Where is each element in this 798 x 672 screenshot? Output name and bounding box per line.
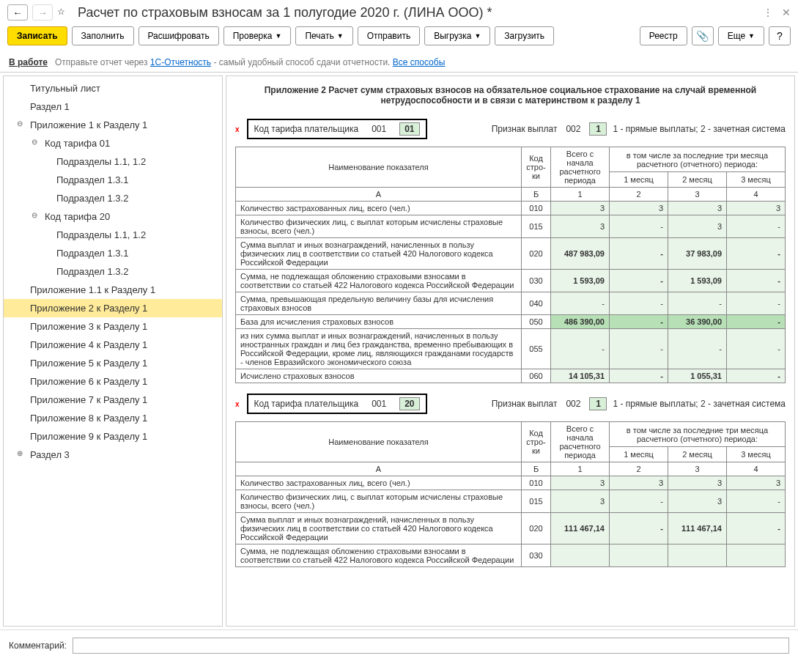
cell-value[interactable]: 3 — [668, 215, 727, 238]
tree-item[interactable]: ⊕Раздел 3 — [4, 446, 222, 464]
cell-value[interactable]: - — [727, 292, 786, 315]
cell-value[interactable]: 3 — [727, 202, 786, 215]
cell-value[interactable]: 3 — [551, 476, 610, 490]
fill-button[interactable]: Заполнить — [72, 26, 134, 45]
cell-value[interactable]: 3 — [668, 202, 727, 215]
cell-value[interactable]: - — [727, 490, 786, 513]
nav-tree[interactable]: Титульный листРаздел 1⊖Приложение 1 к Ра… — [3, 75, 223, 627]
cell-value[interactable]: 36 390,00 — [668, 315, 727, 329]
cell-value[interactable]: 1 593,09 — [668, 270, 727, 292]
cell-value[interactable]: 3 — [727, 476, 786, 490]
comment-input[interactable] — [73, 638, 789, 654]
expand-icon[interactable]: ⊖ — [32, 211, 40, 219]
check-button[interactable]: Проверка▼ — [223, 26, 292, 45]
cell-value[interactable]: - — [610, 315, 668, 329]
cell-value[interactable]: 37 983,09 — [668, 238, 727, 270]
cell-value[interactable]: 3 — [610, 202, 668, 215]
cell-value[interactable]: - — [727, 215, 786, 238]
status-link[interactable]: В работе — [9, 57, 48, 67]
tree-item[interactable]: Приложение 5 к Разделу 1 — [4, 354, 222, 372]
tariff-value[interactable]: 20 — [399, 397, 419, 410]
cell-value[interactable]: - — [727, 329, 786, 369]
payout-value[interactable]: 1 — [589, 397, 607, 410]
cell-value[interactable]: 487 983,09 — [551, 238, 610, 270]
star-icon[interactable]: ☆ — [57, 7, 69, 18]
remove-icon[interactable]: x — [235, 400, 240, 408]
cell-value[interactable]: 3 — [668, 476, 727, 490]
cell-value[interactable]: - — [668, 329, 727, 369]
save-button[interactable]: Записать — [7, 26, 67, 45]
more-button[interactable]: Еще▼ — [718, 26, 764, 45]
tree-item[interactable]: ⊖Код тарифа 20 — [4, 207, 222, 226]
cell-value[interactable]: - — [551, 329, 610, 369]
tree-item[interactable]: Приложение 4 к Разделу 1 — [4, 336, 222, 354]
cell-value[interactable] — [551, 544, 610, 567]
tree-item[interactable]: Приложение 8 к Разделу 1 — [4, 409, 222, 427]
cell-value[interactable]: - — [727, 369, 786, 383]
menu-icon[interactable]: ⋮ — [763, 7, 773, 18]
cell-value[interactable]: - — [610, 215, 668, 238]
tree-item[interactable]: Приложение 9 к Разделу 1 — [4, 427, 222, 446]
cell-value[interactable]: - — [610, 513, 668, 544]
cell-value[interactable]: - — [727, 513, 786, 544]
cell-value[interactable] — [610, 544, 668, 567]
tree-item[interactable]: Подразделы 1.1, 1.2 — [4, 152, 222, 171]
tree-item[interactable]: Раздел 1 — [4, 97, 222, 116]
cell-value[interactable]: 3 — [551, 215, 610, 238]
cell-value[interactable]: - — [668, 292, 727, 315]
help-button[interactable]: ? — [769, 26, 791, 45]
tree-item[interactable]: ⊖Приложение 1 к Разделу 1 — [4, 116, 222, 134]
cell-value[interactable]: - — [610, 270, 668, 292]
tree-item[interactable]: Титульный лист — [4, 79, 222, 97]
tree-item[interactable]: Подраздел 1.3.2 — [4, 262, 222, 281]
cell-value[interactable]: 111 467,14 — [551, 513, 610, 544]
cell-value[interactable]: 3 — [551, 202, 610, 215]
print-button[interactable]: Печать▼ — [295, 26, 352, 45]
tree-item[interactable]: ⊖Код тарифа 01 — [4, 134, 222, 152]
cell-value[interactable]: - — [551, 292, 610, 315]
tree-item[interactable]: Подраздел 1.3.2 — [4, 189, 222, 207]
send-button[interactable]: Отправить — [358, 26, 421, 45]
cell-value[interactable] — [727, 544, 786, 567]
expand-icon[interactable]: ⊖ — [17, 119, 26, 128]
cell-value[interactable]: 1 055,31 — [668, 369, 727, 383]
tree-item[interactable]: Приложение 6 к Разделу 1 — [4, 372, 222, 391]
cell-value[interactable]: 3 — [668, 490, 727, 513]
cell-value[interactable]: 14 105,31 — [551, 369, 610, 383]
close-icon[interactable]: ✕ — [782, 7, 791, 18]
tree-item[interactable]: Приложение 7 к Разделу 1 — [4, 391, 222, 409]
expand-icon[interactable]: ⊖ — [32, 138, 40, 146]
cell-value[interactable]: 3 — [610, 476, 668, 490]
attach-button[interactable]: 📎 — [692, 26, 714, 45]
tree-item[interactable]: Подразделы 1.1, 1.2 — [4, 226, 222, 244]
back-button[interactable]: ← — [7, 4, 28, 21]
cell-value[interactable]: - — [610, 292, 668, 315]
tariff-value[interactable]: 01 — [399, 122, 419, 136]
cell-value[interactable]: - — [727, 238, 786, 270]
cell-value[interactable] — [668, 544, 727, 567]
cell-value[interactable]: - — [610, 490, 668, 513]
export-button[interactable]: Выгрузка▼ — [424, 26, 490, 45]
cell-value[interactable]: - — [727, 270, 786, 292]
cell-value[interactable]: - — [610, 369, 668, 383]
1c-report-link[interactable]: 1С-Отчетность — [150, 57, 211, 67]
tree-item[interactable]: Подраздел 1.3.1 — [4, 171, 222, 189]
cell-value[interactable]: - — [727, 315, 786, 329]
remove-icon[interactable]: x — [235, 125, 240, 133]
expand-icon[interactable]: ⊕ — [17, 449, 26, 457]
all-ways-link[interactable]: Все способы — [393, 57, 446, 67]
cell-value[interactable]: 1 593,09 — [551, 270, 610, 292]
forward-button[interactable]: → — [32, 4, 53, 21]
tree-item[interactable]: Подраздел 1.3.1 — [4, 244, 222, 262]
cell-value[interactable]: 3 — [551, 490, 610, 513]
payout-value[interactable]: 1 — [589, 122, 607, 136]
cell-value[interactable]: - — [610, 238, 668, 270]
cell-value[interactable]: - — [610, 329, 668, 369]
tree-item[interactable]: Приложение 1.1 к Разделу 1 — [4, 281, 222, 299]
cell-value[interactable]: 486 390,00 — [551, 315, 610, 329]
load-button[interactable]: Загрузить — [495, 26, 554, 45]
decrypt-button[interactable]: Расшифровать — [138, 26, 219, 45]
cell-value[interactable]: 111 467,14 — [668, 513, 727, 544]
tree-item[interactable]: Приложение 3 к Разделу 1 — [4, 317, 222, 336]
tree-item[interactable]: Приложение 2 к Разделу 1 — [4, 299, 222, 317]
